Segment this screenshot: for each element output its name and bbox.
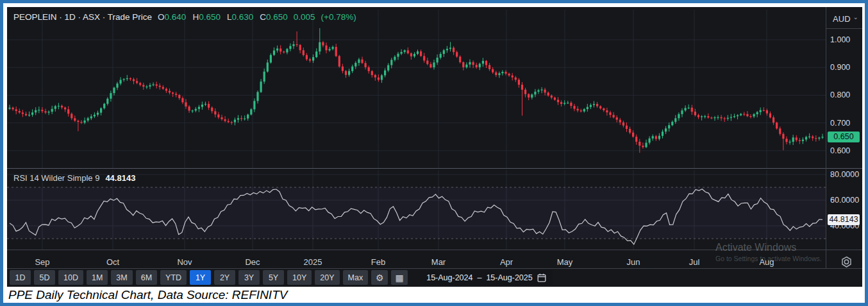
price-axis-label: 0.900 bbox=[830, 63, 850, 72]
rsi-legend: RSI 14 Wilder Simple 9 44.8143 bbox=[13, 173, 135, 183]
range-button-10d[interactable]: 10D bbox=[58, 270, 83, 285]
grid-board-icon: ▦ bbox=[396, 273, 404, 283]
rsi-value-badge: 44.8143 bbox=[828, 214, 860, 225]
range-button-1d[interactable]: 1D bbox=[10, 270, 31, 285]
range-toolbar: 1D5D10D1M3M6MYTD1Y2Y3Y5Y10Y20YMax ⚙ ▦ 15… bbox=[10, 270, 860, 285]
date-from: 15-Aug-2024 bbox=[426, 273, 472, 282]
ohlc-value: 0.630 bbox=[231, 12, 253, 22]
time-axis-label-nov: Nov bbox=[171, 257, 199, 267]
time-axis-label-mar: Mar bbox=[424, 257, 453, 267]
range-button-3m[interactable]: 3M bbox=[111, 270, 132, 285]
chart-application: PEOPLEIN · 1D · ASX · Trade Price O0.640… bbox=[7, 7, 862, 287]
ohlc-value: 0.650 bbox=[266, 12, 288, 22]
calendar-icon bbox=[537, 273, 546, 282]
symbol-title: PEOPLEIN · 1D · ASX · Trade Price bbox=[13, 12, 152, 22]
ohlc-field-o: O0.640 bbox=[158, 12, 186, 22]
time-axis-label-sep: Sep bbox=[28, 257, 56, 267]
price-axis-label: 0.800 bbox=[830, 90, 850, 99]
date-to: 15-Aug-2025 bbox=[486, 273, 532, 282]
gear-icon: ⚙ bbox=[376, 273, 384, 283]
chart-canvas[interactable] bbox=[7, 7, 862, 287]
chevron-down-icon: ⌄ bbox=[853, 13, 858, 21]
change-percent: (+0.78%) bbox=[321, 12, 356, 22]
rsi-axis-label: 80.0000 bbox=[830, 170, 859, 179]
ohlc-fields: O0.640H0.650L0.630C0.650 bbox=[158, 12, 288, 22]
ohlc-value: 0.640 bbox=[165, 12, 187, 22]
range-button-10y[interactable]: 10Y bbox=[287, 270, 312, 285]
range-button-max[interactable]: Max bbox=[343, 270, 369, 285]
date-range-picker[interactable]: 15-Aug-2024 – 15-Aug-2025 bbox=[420, 270, 553, 285]
caption: PPE Daily Technical Chart, Data Source: … bbox=[8, 288, 287, 302]
price-axis-label: 0.600 bbox=[830, 146, 850, 155]
currency-label: AUD bbox=[833, 14, 850, 24]
ohlc-field-l: L0.630 bbox=[227, 12, 253, 22]
settings-button[interactable]: ⚙ bbox=[371, 270, 388, 285]
ohlc-value: 0.650 bbox=[199, 12, 221, 22]
currency-selector[interactable]: AUD ⌄ bbox=[830, 10, 862, 27]
ohlc-field-c: C0.650 bbox=[260, 12, 288, 22]
date-range-dash: – bbox=[477, 273, 481, 282]
rsi-legend-title: RSI 14 Wilder Simple 9 bbox=[13, 173, 99, 183]
price-axis-label: 1.000 bbox=[830, 35, 850, 44]
range-button-1m[interactable]: 1M bbox=[87, 270, 108, 285]
range-button-ytd[interactable]: YTD bbox=[160, 270, 187, 285]
range-button-5y[interactable]: 5Y bbox=[263, 270, 284, 285]
range-button-2y[interactable]: 2Y bbox=[214, 270, 235, 285]
time-axis-label-dec: Dec bbox=[238, 257, 267, 267]
quote-board-button[interactable]: ▦ bbox=[391, 270, 408, 285]
range-button-6m[interactable]: 6M bbox=[136, 270, 157, 285]
ohlc-label: H bbox=[192, 12, 199, 22]
range-buttons: 1D5D10D1M3M6MYTD1Y2Y3Y5Y10Y20YMax bbox=[10, 270, 368, 285]
time-axis-label-jun: Jun bbox=[619, 257, 647, 267]
ohlc-label: O bbox=[158, 12, 165, 22]
time-axis-label-feb: Feb bbox=[364, 257, 392, 267]
range-button-3y[interactable]: 3Y bbox=[238, 270, 260, 285]
last-price-badge: 0.650 bbox=[828, 132, 860, 142]
time-axis-label-apr: Apr bbox=[492, 257, 521, 267]
price-axis-label: 0.700 bbox=[830, 119, 850, 128]
time-axis-label-aug: Aug bbox=[753, 257, 781, 267]
time-axis-label-2025: 2025 bbox=[299, 257, 327, 267]
time-axis-label-oct: Oct bbox=[99, 257, 127, 267]
range-button-5d[interactable]: 5D bbox=[34, 270, 55, 285]
change-value: 0.005 bbox=[294, 12, 315, 22]
ohlc-label: C bbox=[260, 12, 266, 22]
document-frame: PEOPLEIN · 1D · ASX · Trade Price O0.640… bbox=[0, 0, 868, 306]
time-axis-label-jul: Jul bbox=[680, 257, 708, 267]
rsi-axis-label: 60.0000 bbox=[830, 196, 859, 205]
chart-options-icon[interactable] bbox=[840, 255, 853, 271]
chart-legend: PEOPLEIN · 1D · ASX · Trade Price O0.640… bbox=[13, 12, 356, 22]
rsi-legend-value: 44.8143 bbox=[105, 173, 135, 183]
range-button-20y[interactable]: 20Y bbox=[315, 270, 339, 285]
range-button-1y[interactable]: 1Y bbox=[190, 270, 211, 285]
ohlc-field-h: H0.650 bbox=[192, 12, 221, 22]
time-axis-label-may: May bbox=[551, 257, 579, 267]
